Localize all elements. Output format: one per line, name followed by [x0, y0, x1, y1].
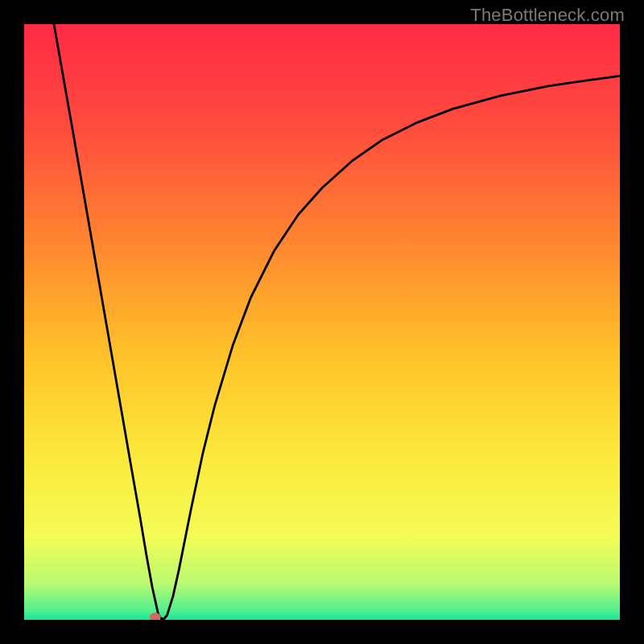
gradient-background — [24, 24, 620, 620]
watermark-text: TheBottleneck.com — [470, 5, 625, 26]
chart-frame: TheBottleneck.com — [0, 0, 644, 644]
bottleneck-chart — [24, 24, 620, 620]
